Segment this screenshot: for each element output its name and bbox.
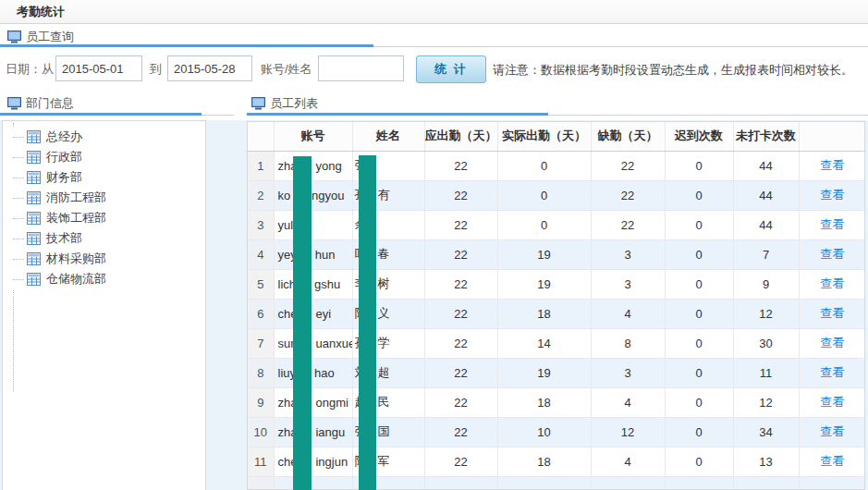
due-days-cell: 22 xyxy=(424,447,497,476)
table-row: 1 zhayong 张 22 0 22 0 44 查看 xyxy=(248,151,865,180)
view-cell: 查看 xyxy=(799,299,865,328)
due-days-cell: 22 xyxy=(424,151,497,180)
actual-days-cell: 19 xyxy=(497,269,591,299)
view-cell: 查看 xyxy=(799,387,865,417)
view-link[interactable]: 查看 xyxy=(820,276,844,290)
table-row-partial xyxy=(248,476,865,490)
department-icon xyxy=(27,171,41,184)
tree-connector xyxy=(13,157,24,158)
absent-days-cell: 8 xyxy=(591,328,665,358)
late-count-cell: 0 xyxy=(665,328,733,358)
view-cell: 查看 xyxy=(799,417,865,447)
department-tree-item[interactable]: 消防工程部 xyxy=(3,188,205,208)
view-link[interactable]: 查看 xyxy=(820,365,844,379)
table-row: 5 lichgshu 李树 22 19 3 0 9 查看 xyxy=(248,269,865,299)
view-cell: 查看 xyxy=(799,328,865,358)
department-tree-item[interactable]: 材料采购部 xyxy=(3,249,205,269)
absent-days-cell: 3 xyxy=(591,269,665,299)
account-cell: zhaiangu xyxy=(274,417,352,447)
page-tab-attendance-stats[interactable]: 考勤统计 xyxy=(0,0,868,24)
tree-connector xyxy=(13,259,24,260)
page-title: 考勤统计 xyxy=(17,4,65,20)
department-tree-item[interactable]: 装饰工程部 xyxy=(3,208,205,228)
view-link[interactable]: 查看 xyxy=(820,424,844,438)
row-index: 4 xyxy=(248,239,274,269)
redaction-bar xyxy=(293,156,312,490)
accent-underline xyxy=(247,113,548,116)
department-info-header: 部门信息 xyxy=(7,95,74,112)
table-row: 8 liuyhao 刘超 22 19 3 0 11 查看 xyxy=(248,358,865,387)
table-row: 9 zhaongmi 赵民 22 18 4 0 12 查看 xyxy=(248,387,865,417)
due-days-cell: 22 xyxy=(424,210,497,239)
absent-days-cell: 3 xyxy=(591,358,665,387)
tree-connector xyxy=(13,198,24,199)
missed-punch-cell: 12 xyxy=(733,387,799,417)
actual-days-cell: 18 xyxy=(497,387,591,417)
due-days-cell: 22 xyxy=(424,180,497,210)
account-name-input[interactable] xyxy=(318,55,404,81)
view-link[interactable]: 查看 xyxy=(820,336,844,349)
department-icon xyxy=(27,252,41,265)
tree-connector xyxy=(13,279,24,280)
table-row: 6 cheeyi 陈义 22 18 4 0 12 查看 xyxy=(248,299,865,328)
view-link[interactable]: 查看 xyxy=(820,188,844,202)
late-count-cell: 0 xyxy=(665,358,733,387)
department-tree-item[interactable]: 仓储物流部 xyxy=(3,269,205,289)
statistics-button[interactable]: 统 计 xyxy=(416,55,486,83)
account-cell: koingyou xyxy=(274,180,352,210)
view-cell: 查看 xyxy=(799,239,865,269)
actual-days-cell: 18 xyxy=(497,299,591,328)
absent-days-cell: 3 xyxy=(591,239,665,269)
row-index: 8 xyxy=(248,358,274,387)
row-index: 3 xyxy=(248,210,274,239)
col-header-account: 账号 xyxy=(274,122,352,151)
view-cell: 查看 xyxy=(799,210,865,239)
missed-punch-cell: 44 xyxy=(733,151,799,180)
department-tree-item[interactable]: 总经办 xyxy=(3,127,205,147)
tree-connector xyxy=(13,218,24,219)
view-link[interactable]: 查看 xyxy=(820,306,844,320)
col-header-actual-days: 实际出勤（天） xyxy=(497,122,591,151)
late-count-cell: 0 xyxy=(665,447,733,476)
date-from-input[interactable] xyxy=(55,55,142,81)
view-cell: 查看 xyxy=(799,269,865,299)
row-index: 2 xyxy=(248,180,274,210)
table-row: 4 yeyhun 叶春 22 19 3 0 7 查看 xyxy=(248,239,865,269)
view-cell: 查看 xyxy=(799,358,865,387)
actual-days-cell: 0 xyxy=(497,151,591,180)
row-index: 10 xyxy=(248,417,274,447)
table-row: 11 cheingjun 陈军 22 18 4 0 13 查看 xyxy=(248,447,865,476)
missed-punch-cell: 44 xyxy=(733,210,799,239)
late-count-cell: 0 xyxy=(665,239,733,269)
missed-punch-cell: 9 xyxy=(733,269,799,299)
department-tree-item[interactable]: 技术部 xyxy=(3,228,205,249)
view-link[interactable]: 查看 xyxy=(820,158,844,172)
monitor-icon xyxy=(7,31,21,43)
tree-connector xyxy=(13,137,24,138)
view-link[interactable]: 查看 xyxy=(820,454,844,468)
table-row: 2 koingyou 孔有 22 0 22 0 44 查看 xyxy=(248,180,865,210)
actual-days-cell: 10 xyxy=(497,417,591,447)
view-link[interactable]: 查看 xyxy=(820,247,844,261)
absent-days-cell: 4 xyxy=(591,387,665,417)
late-count-cell: 0 xyxy=(665,299,733,328)
missed-punch-cell: 30 xyxy=(733,328,799,358)
absent-days-cell: 12 xyxy=(591,417,665,447)
account-cell: yeyhun xyxy=(274,239,352,269)
department-icon xyxy=(27,273,41,286)
due-days-cell: 22 xyxy=(424,387,497,417)
col-header-due-days: 应出勤（天） xyxy=(424,122,497,151)
account-name-label: 账号/姓名 xyxy=(261,61,312,78)
absent-days-cell: 4 xyxy=(591,299,665,328)
view-link[interactable]: 查看 xyxy=(820,217,844,231)
department-tree-item[interactable]: 财务部 xyxy=(3,167,205,188)
due-days-cell: 22 xyxy=(424,328,497,358)
employee-table: 账号 姓名 应出勤（天） 实际出勤（天） 缺勤（天） 迟到次数 未打卡次数 1 … xyxy=(248,122,865,490)
employee-table-panel: 账号 姓名 应出勤（天） 实际出勤（天） 缺勤（天） 迟到次数 未打卡次数 1 … xyxy=(247,121,865,490)
col-header-name: 姓名 xyxy=(352,122,424,151)
date-to-input[interactable] xyxy=(167,55,252,81)
department-icon xyxy=(27,130,41,143)
department-tree-item[interactable]: 行政部 xyxy=(3,147,205,167)
missed-punch-cell: 12 xyxy=(733,299,799,328)
view-link[interactable]: 查看 xyxy=(820,395,844,409)
